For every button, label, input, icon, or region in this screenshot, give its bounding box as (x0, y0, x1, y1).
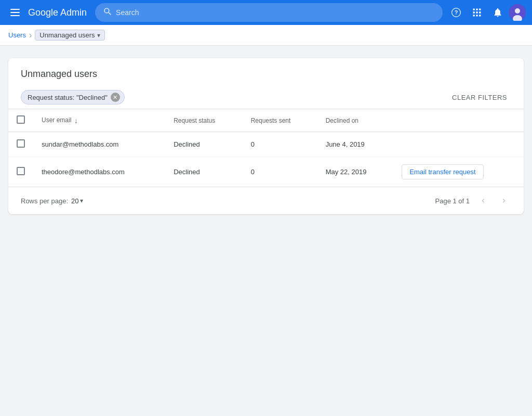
svg-rect-9 (479, 9, 481, 10)
svg-rect-8 (476, 9, 477, 10)
row-email: sundar@methodlabs.com (33, 132, 165, 157)
topbar: Google Admin ? (0, 0, 532, 25)
main-content: Unmanaged users Request status: "Decline… (0, 46, 532, 227)
svg-rect-11 (476, 11, 477, 13)
table-col-email[interactable]: User email ↓ (33, 109, 165, 132)
avatar[interactable] (509, 4, 526, 21)
table-row: theodore@methodlabs.com Declined 0 May 2… (8, 157, 524, 187)
svg-point-3 (104, 8, 109, 13)
filters-bar: Request status: "Declined" ✕ CLEAR FILTE… (8, 86, 524, 109)
clear-filters-button[interactable]: CLEAR FILTERS (448, 92, 511, 103)
row-request-status: Declined (165, 132, 242, 157)
table-col-request-status: Request status (165, 109, 242, 132)
content-card: Unmanaged users Request status: "Decline… (8, 58, 524, 214)
app-logo: Google Admin (28, 7, 87, 18)
notifications-button[interactable] (488, 3, 507, 22)
search-icon (103, 7, 112, 18)
breadcrumb-separator: › (29, 31, 32, 40)
row-checkbox-cell (8, 157, 33, 187)
row-requests-sent: 0 (243, 132, 317, 157)
breadcrumb-current-label: Unmanaged users (39, 31, 95, 39)
svg-line-4 (109, 12, 111, 15)
svg-rect-14 (476, 15, 477, 16)
table-col-declined-on: Declined on (317, 109, 394, 132)
table-row: sundar@methodlabs.com Declined 0 June 4,… (8, 132, 524, 157)
row-declined-on: May 22, 2019 (317, 157, 394, 187)
next-page-button[interactable] (497, 193, 511, 208)
breadcrumb-current[interactable]: Unmanaged users ▾ (35, 30, 104, 41)
svg-rect-2 (10, 15, 20, 16)
sort-icon: ↓ (74, 116, 78, 125)
svg-rect-10 (473, 11, 475, 13)
table-header-row: User email ↓ Request status Requests sen… (8, 109, 524, 132)
row-action: Email transfer request (393, 157, 524, 187)
table-col-checkbox (8, 109, 33, 132)
svg-rect-1 (10, 12, 20, 13)
page-info: Page 1 of 1 (435, 197, 470, 205)
page-title: Unmanaged users (21, 69, 97, 79)
menu-icon[interactable] (6, 3, 24, 23)
row-checkbox[interactable] (17, 167, 25, 175)
card-footer: Rows per page: 20 ▾ Page 1 of 1 (8, 187, 524, 214)
filter-chip-close-button[interactable]: ✕ (111, 93, 120, 102)
row-action (393, 132, 524, 157)
breadcrumb-parent[interactable]: Users (8, 31, 26, 39)
topbar-right-icons: ? (447, 3, 526, 22)
card-header: Unmanaged users (8, 58, 524, 86)
email-transfer-button[interactable]: Email transfer request (402, 164, 483, 179)
app-title: Google Admin (28, 7, 87, 18)
users-table: User email ↓ Request status Requests sen… (8, 109, 524, 187)
svg-rect-7 (473, 9, 475, 10)
chevron-down-icon: ▾ (97, 32, 100, 39)
filter-chip-label: Request status: "Declined" (28, 94, 108, 101)
search-input[interactable] (116, 8, 434, 17)
rows-per-page-select[interactable]: 20 ▾ (71, 197, 83, 205)
row-checkbox-cell (8, 132, 33, 157)
help-button[interactable]: ? (447, 3, 466, 22)
rows-per-page-arrow: ▾ (80, 197, 83, 204)
svg-rect-15 (479, 15, 481, 16)
svg-rect-13 (473, 15, 475, 16)
row-request-status: Declined (165, 157, 242, 187)
row-email: theodore@methodlabs.com (33, 157, 165, 187)
rows-per-page-value: 20 (71, 197, 78, 205)
rows-per-page-label: Rows per page: (21, 197, 68, 205)
svg-rect-12 (479, 11, 481, 13)
rows-per-page-control: Rows per page: 20 ▾ (21, 197, 83, 205)
prev-page-button[interactable] (476, 193, 490, 208)
search-bar[interactable] (95, 3, 443, 22)
svg-point-17 (515, 8, 520, 14)
row-requests-sent: 0 (243, 157, 317, 187)
pagination: Page 1 of 1 (435, 193, 512, 208)
filter-chip-request-status: Request status: "Declined" ✕ (21, 90, 125, 105)
svg-text:?: ? (455, 9, 458, 16)
table-col-requests-sent: Requests sent (243, 109, 317, 132)
row-checkbox[interactable] (17, 139, 25, 148)
svg-rect-0 (10, 9, 20, 10)
table-col-actions (393, 109, 524, 132)
apps-button[interactable] (468, 3, 486, 22)
row-declined-on: June 4, 2019 (317, 132, 394, 157)
select-all-checkbox[interactable] (17, 115, 25, 124)
breadcrumb: Users › Unmanaged users ▾ (0, 25, 532, 46)
